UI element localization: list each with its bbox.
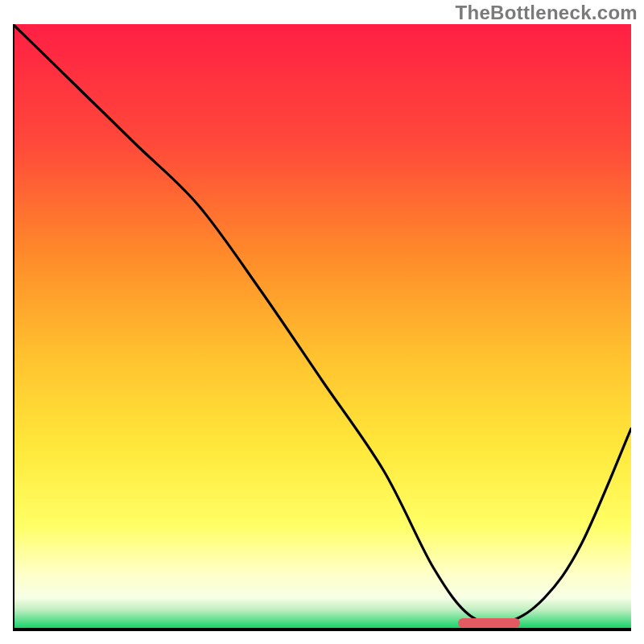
- optimal-marker: [458, 618, 520, 628]
- chart-svg: [13, 24, 631, 631]
- plot-area: [13, 24, 631, 631]
- watermark-text: TheBottleneck.com: [456, 2, 638, 24]
- chart-stage: TheBottleneck.com: [0, 0, 644, 644]
